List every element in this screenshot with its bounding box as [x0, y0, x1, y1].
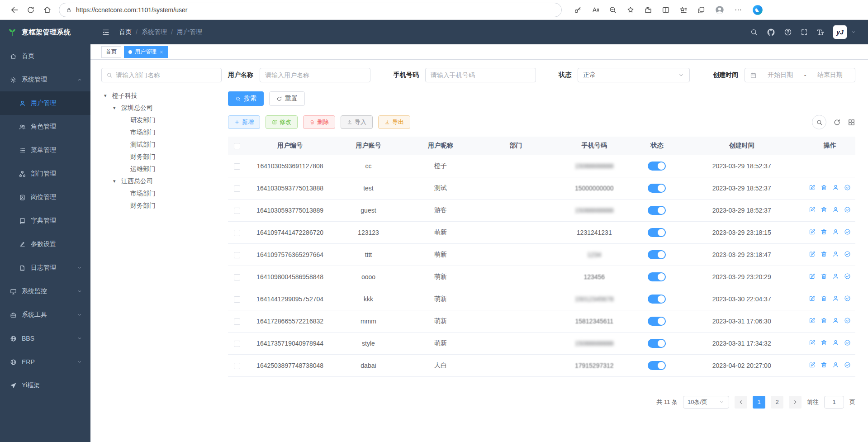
row-checkbox[interactable]: [234, 230, 240, 236]
row-approve-button[interactable]: [844, 184, 851, 191]
refresh-table-button[interactable]: [833, 119, 841, 126]
row-checkbox[interactable]: [234, 363, 240, 369]
sidebar-item-system-tools[interactable]: 系统工具: [0, 303, 90, 327]
edit-button[interactable]: 修改: [266, 115, 298, 129]
row-edit-button[interactable]: [809, 206, 816, 213]
sidebar-item-home[interactable]: 首页: [0, 44, 90, 68]
sidebar-item-user-management[interactable]: 用户管理: [0, 91, 90, 115]
browser-reload-button[interactable]: [23, 2, 39, 18]
row-approve-button[interactable]: [844, 251, 851, 257]
browser-menu-button[interactable]: [734, 6, 742, 14]
row-user-button[interactable]: [832, 251, 839, 257]
status-toggle[interactable]: [648, 228, 666, 237]
sidebar-item-log-management[interactable]: 日志管理: [0, 256, 90, 280]
status-toggle[interactable]: [648, 317, 666, 326]
row-checkbox[interactable]: [234, 318, 240, 325]
row-user-button[interactable]: [832, 228, 839, 235]
favorite-star-button[interactable]: [626, 6, 635, 14]
copilot-button[interactable]: [752, 4, 764, 16]
sidebar-item-yi-framework[interactable]: Yi框架: [0, 374, 90, 397]
row-user-button[interactable]: [832, 295, 839, 302]
collections-button[interactable]: [697, 6, 705, 14]
status-select[interactable]: 正常: [578, 68, 690, 82]
row-edit-button[interactable]: [809, 273, 816, 280]
page-button-1[interactable]: 1: [753, 396, 765, 409]
breadcrumb-home[interactable]: 首页: [119, 28, 132, 36]
row-edit-button[interactable]: [809, 339, 816, 346]
header-search-button[interactable]: [750, 28, 758, 36]
row-edit-button[interactable]: [809, 317, 816, 324]
reset-button[interactable]: 重置: [269, 91, 305, 106]
sidebar-item-bbs[interactable]: BBS: [0, 327, 90, 350]
row-delete-button[interactable]: [821, 339, 827, 346]
row-checkbox[interactable]: [234, 296, 240, 303]
row-edit-button[interactable]: [809, 184, 816, 191]
row-checkbox[interactable]: [234, 208, 240, 214]
row-delete-button[interactable]: [821, 228, 827, 235]
row-edit-button[interactable]: [809, 295, 816, 302]
row-edit-button[interactable]: [809, 361, 816, 368]
tree-node[interactable]: 市场部门: [101, 126, 222, 138]
page-button-2[interactable]: 2: [771, 396, 783, 409]
column-settings-button[interactable]: [848, 119, 855, 126]
tree-node[interactable]: 运维部门: [101, 163, 222, 175]
row-delete-button[interactable]: [821, 361, 827, 368]
add-button[interactable]: 新增: [228, 115, 260, 129]
tab-close-icon[interactable]: [159, 50, 164, 54]
tree-node[interactable]: 财务部门: [101, 200, 222, 212]
extensions-button[interactable]: [644, 6, 652, 14]
tree-node[interactable]: 研发部门: [101, 114, 222, 126]
tree-node[interactable]: 市场部门: [101, 187, 222, 200]
address-bar[interactable]: https://ccnetcore.com:1101/system/user: [59, 3, 562, 17]
browser-back-button[interactable]: [6, 2, 23, 18]
row-checkbox[interactable]: [234, 274, 240, 280]
status-toggle[interactable]: [648, 206, 666, 215]
delete-button[interactable]: 删除: [303, 115, 335, 129]
username-input[interactable]: [265, 71, 365, 79]
tab-home[interactable]: 首页: [101, 46, 121, 58]
select-all-checkbox[interactable]: [234, 143, 240, 149]
row-user-button[interactable]: [832, 317, 839, 324]
row-approve-button[interactable]: [844, 317, 851, 324]
row-checkbox[interactable]: [234, 163, 240, 170]
row-user-button[interactable]: [832, 273, 839, 280]
sidebar-item-erp[interactable]: ERP: [0, 350, 90, 374]
breadcrumb-system[interactable]: 系统管理: [142, 28, 167, 36]
row-edit-button[interactable]: [809, 228, 816, 235]
split-screen-button[interactable]: [662, 6, 670, 14]
favorites-bar-button[interactable]: [679, 6, 688, 14]
row-approve-button[interactable]: [844, 228, 851, 235]
password-key-button[interactable]: [574, 6, 582, 14]
tab-user-management[interactable]: 用户管理: [124, 46, 168, 58]
date-range-picker[interactable]: 开始日期 - 结束日期: [745, 68, 855, 82]
row-delete-button[interactable]: [821, 317, 827, 324]
status-toggle[interactable]: [648, 250, 666, 259]
status-toggle[interactable]: [648, 295, 666, 304]
goto-page-input[interactable]: [824, 396, 844, 409]
row-delete-button[interactable]: [821, 273, 827, 280]
sidebar-item-param-settings[interactable]: 参数设置: [0, 233, 90, 256]
sidebar-item-system-monitor[interactable]: 系统监控: [0, 280, 90, 303]
row-edit-button[interactable]: [809, 251, 816, 257]
browser-profile-avatar[interactable]: [715, 5, 725, 15]
phone-input[interactable]: [431, 71, 531, 79]
tree-node[interactable]: 财务部门: [101, 151, 222, 163]
toggle-search-button[interactable]: [812, 115, 826, 129]
zoom-out-button[interactable]: [609, 6, 617, 14]
row-checkbox[interactable]: [234, 185, 240, 192]
avatar-caret-icon[interactable]: [851, 29, 856, 35]
row-user-button[interactable]: [832, 361, 839, 368]
row-delete-button[interactable]: [821, 295, 827, 302]
status-toggle[interactable]: [648, 339, 666, 348]
github-button[interactable]: [767, 28, 775, 37]
dept-search-input[interactable]: [116, 71, 217, 79]
row-approve-button[interactable]: [844, 339, 851, 346]
status-toggle[interactable]: [648, 162, 666, 171]
row-approve-button[interactable]: [844, 206, 851, 213]
sidebar-item-role-management[interactable]: 角色管理: [0, 115, 90, 138]
row-checkbox[interactable]: [234, 252, 240, 258]
tree-node[interactable]: ▾橙子科技: [101, 90, 222, 102]
status-toggle[interactable]: [648, 361, 666, 370]
sidebar-item-system-management[interactable]: 系统管理: [0, 68, 90, 91]
sidebar-collapse-button[interactable]: [101, 28, 110, 37]
